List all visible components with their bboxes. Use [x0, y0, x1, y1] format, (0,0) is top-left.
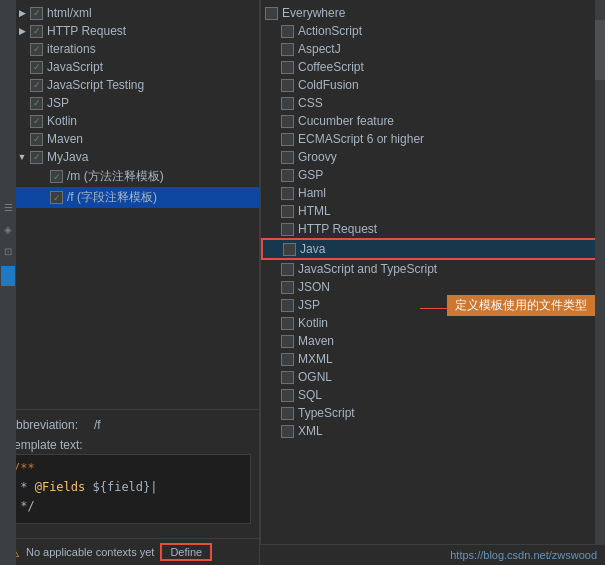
- checkbox-aspectj[interactable]: [281, 43, 294, 56]
- ctx-item-http-request[interactable]: HTTP Request: [261, 220, 605, 238]
- define-button[interactable]: Define: [160, 543, 212, 561]
- checkbox-sql[interactable]: [281, 389, 294, 402]
- checkbox-coldfusion[interactable]: [281, 79, 294, 92]
- checkbox-kotlin[interactable]: [30, 115, 43, 128]
- label-maven: Maven: [47, 132, 83, 146]
- ctx-item-cucumber[interactable]: Cucumber feature: [261, 112, 605, 130]
- status-bar: ⚠ No applicable contexts yet Define: [0, 538, 259, 565]
- side-icon-3[interactable]: ⊡: [1, 244, 15, 258]
- abbreviation-value: /f: [94, 418, 101, 432]
- checkbox-iterations[interactable]: [30, 43, 43, 56]
- tree-item-myjava[interactable]: MyJava: [0, 148, 259, 166]
- checkbox-xml[interactable]: [281, 425, 294, 438]
- tree-item-jsp[interactable]: JSP: [0, 94, 259, 112]
- ctx-item-maven-right[interactable]: Maven: [261, 332, 605, 350]
- tree-item-myjava-m[interactable]: /m (方法注释模板): [0, 166, 259, 187]
- tree-item-html-xml[interactable]: html/xml: [0, 4, 259, 22]
- ctx-item-gsp[interactable]: GSP: [261, 166, 605, 184]
- checkbox-http-request-right[interactable]: [281, 223, 294, 236]
- checkbox-haml[interactable]: [281, 187, 294, 200]
- checkbox-ognl[interactable]: [281, 371, 294, 384]
- status-text: No applicable contexts yet: [26, 546, 154, 558]
- checkbox-groovy[interactable]: [281, 151, 294, 164]
- checkbox-typescript[interactable]: [281, 407, 294, 420]
- side-icon-2[interactable]: ◈: [1, 222, 15, 236]
- ctx-item-ognl[interactable]: OGNL: [261, 368, 605, 386]
- abbreviation-row: Abbreviation: /f: [8, 418, 251, 432]
- tree-item-http-request[interactable]: HTTP Request: [0, 22, 259, 40]
- label-gsp: GSP: [298, 168, 323, 182]
- checkbox-html[interactable]: [281, 205, 294, 218]
- checkbox-json[interactable]: [281, 281, 294, 294]
- checkbox-css[interactable]: [281, 97, 294, 110]
- ctx-item-html[interactable]: HTML: [261, 202, 605, 220]
- checkbox-coffeescript[interactable]: [281, 61, 294, 74]
- ctx-item-everywhere[interactable]: Everywhere: [261, 4, 605, 22]
- context-tree[interactable]: Everywhere ActionScript AspectJ Coffee: [261, 0, 605, 565]
- tree-item-iterations[interactable]: iterations: [0, 40, 259, 58]
- checkbox-myjava-f[interactable]: [50, 191, 63, 204]
- checkbox-mxml[interactable]: [281, 353, 294, 366]
- checkbox-maven[interactable]: [30, 133, 43, 146]
- checkbox-gsp[interactable]: [281, 169, 294, 182]
- checkbox-myjava[interactable]: [30, 151, 43, 164]
- label-ecmascript: ECMAScript 6 or higher: [298, 132, 424, 146]
- ctx-item-java[interactable]: Java: [261, 238, 605, 260]
- tree-item-javascript-testing[interactable]: JavaScript Testing: [0, 76, 259, 94]
- tree-item-maven[interactable]: Maven: [0, 130, 259, 148]
- checkbox-myjava-m[interactable]: [50, 170, 63, 183]
- checkbox-maven-right[interactable]: [281, 335, 294, 348]
- checkbox-actionscript[interactable]: [281, 25, 294, 38]
- scrollbar[interactable]: [595, 0, 605, 565]
- ctx-item-js-ts[interactable]: JavaScript and TypeScript: [261, 260, 605, 278]
- ctx-item-haml[interactable]: Haml: [261, 184, 605, 202]
- checkbox-kotlin-right[interactable]: [281, 317, 294, 330]
- arrow-myjava: [16, 151, 28, 163]
- template-text-editor[interactable]: /** * @Fields ${field}| */: [8, 454, 251, 524]
- side-icons-strip: ☰ ◈ ⊡: [0, 0, 16, 565]
- checkbox-html-xml[interactable]: [30, 7, 43, 20]
- tree-item-javascript[interactable]: JavaScript: [0, 58, 259, 76]
- template-tree[interactable]: html/xml HTTP Request iterations JavaS: [0, 0, 259, 409]
- side-icon-active[interactable]: [1, 266, 15, 286]
- ctx-item-coldfusion[interactable]: ColdFusion: [261, 76, 605, 94]
- checkbox-jsp-right[interactable]: [281, 299, 294, 312]
- ctx-item-css[interactable]: CSS: [261, 94, 605, 112]
- checkbox-ecmascript[interactable]: [281, 133, 294, 146]
- checkbox-everywhere[interactable]: [265, 7, 278, 20]
- label-maven-right: Maven: [298, 334, 334, 348]
- ctx-item-aspectj[interactable]: AspectJ: [261, 40, 605, 58]
- label-groovy: Groovy: [298, 150, 337, 164]
- label-css: CSS: [298, 96, 323, 110]
- ctx-item-json[interactable]: JSON: [261, 278, 605, 296]
- checkbox-http-request[interactable]: [30, 25, 43, 38]
- ctx-item-typescript[interactable]: TypeScript: [261, 404, 605, 422]
- side-icon-1[interactable]: ☰: [1, 200, 15, 214]
- checkbox-java[interactable]: [283, 243, 296, 256]
- ctx-item-actionscript[interactable]: ActionScript: [261, 22, 605, 40]
- label-iterations: iterations: [47, 42, 96, 56]
- ctx-item-mxml[interactable]: MXML: [261, 350, 605, 368]
- tree-item-kotlin[interactable]: Kotlin: [0, 112, 259, 130]
- ctx-item-kotlin-right[interactable]: Kotlin: [261, 314, 605, 332]
- label-ognl: OGNL: [298, 370, 332, 384]
- label-coffeescript: CoffeeScript: [298, 60, 364, 74]
- checkbox-jsp[interactable]: [30, 97, 43, 110]
- label-java: Java: [300, 242, 325, 256]
- template-text-label: Template text:: [8, 438, 88, 452]
- label-typescript: TypeScript: [298, 406, 355, 420]
- label-html: HTML: [298, 204, 331, 218]
- label-haml: Haml: [298, 186, 326, 200]
- checkbox-javascript[interactable]: [30, 61, 43, 74]
- ctx-item-ecmascript[interactable]: ECMAScript 6 or higher: [261, 130, 605, 148]
- ctx-item-coffeescript[interactable]: CoffeeScript: [261, 58, 605, 76]
- label-coldfusion: ColdFusion: [298, 78, 359, 92]
- checkbox-cucumber[interactable]: [281, 115, 294, 128]
- ctx-item-xml[interactable]: XML: [261, 422, 605, 440]
- ctx-item-sql[interactable]: SQL: [261, 386, 605, 404]
- ctx-item-groovy[interactable]: Groovy: [261, 148, 605, 166]
- scrollbar-thumb[interactable]: [595, 20, 605, 80]
- tree-item-myjava-f[interactable]: /f (字段注释模板): [0, 187, 259, 208]
- checkbox-js-ts[interactable]: [281, 263, 294, 276]
- checkbox-javascript-testing[interactable]: [30, 79, 43, 92]
